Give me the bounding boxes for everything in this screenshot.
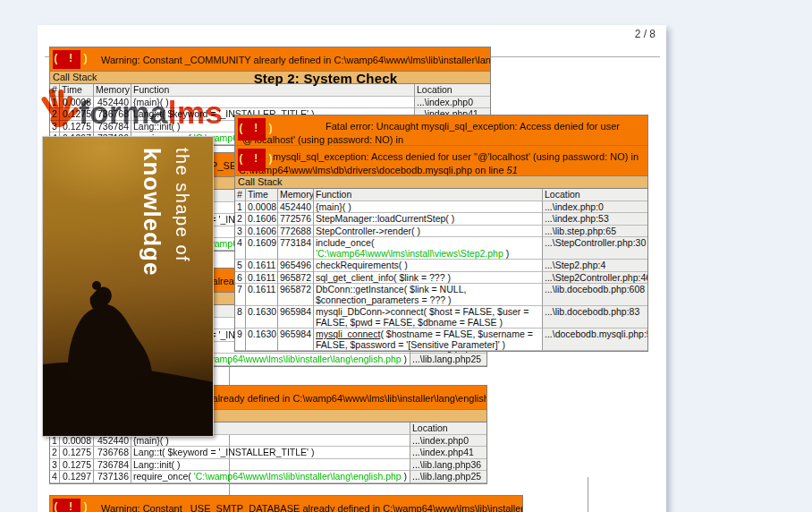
- stack-cell: 0.1606: [246, 213, 278, 226]
- stack-cell: sql_get_client_info( $link = ??? ): [314, 272, 543, 285]
- stack-cell: 0.1611: [246, 260, 278, 272]
- logo-text-forma: forma: [79, 95, 168, 131]
- stack-cell: StepController->render( ): [314, 226, 543, 238]
- stack-cell: 8: [235, 306, 246, 329]
- stack-cell: 0.0008: [246, 201, 278, 214]
- stack-row: 80.1630965984mysqli_DbConn->connect( $ho…: [235, 306, 647, 329]
- stack-cell: ...\lib.step.php:65: [543, 226, 647, 238]
- poster-caption: the shape of knowledge: [137, 148, 197, 367]
- page-title: Step 2: System Check: [245, 71, 406, 86]
- stack-cell: 5: [235, 260, 246, 272]
- fatal-error-text: Fatal error: Uncaught mysqli_sql_excepti…: [235, 115, 647, 146]
- stack-row: 20.1275736768Lang::t( $keyword = '_INSTA…: [50, 447, 486, 459]
- fatal-error-banner: ( ! ) Fatal error: Uncaught mysqli_sql_e…: [234, 115, 648, 146]
- formalms-hand-icon: [39, 86, 79, 131]
- stack-cell: 0.1275: [60, 459, 94, 472]
- stack-cell: ...\index.php0: [415, 97, 490, 109]
- stack-cell: ...\index.php:0: [543, 201, 647, 214]
- exception-text: mysqli_sql_exception: Access denied for …: [235, 146, 647, 176]
- stack-cell: 965872: [278, 284, 314, 306]
- shape-of-knowledge-poster: the shape of knowledge: [42, 136, 214, 437]
- function-text: Lang::t( $keyword = '_INSTALLER_TITLE' ): [133, 447, 315, 457]
- stack-cell: ...\index.php0: [410, 435, 486, 448]
- stack-row: 20.1606772576StepManager::loadCurrentSte…: [235, 213, 647, 226]
- stack-cell: 773184: [278, 237, 314, 260]
- stack-cell: 0.1606: [246, 226, 278, 238]
- stack-row: 40.1297737136require_once( 'C:\wamp64\ww…: [50, 471, 486, 483]
- stack-cell: {main}( ): [314, 201, 543, 214]
- error-exclamation-icon: ( ! ): [238, 118, 266, 141]
- function-text: require_once(: [133, 471, 194, 482]
- stack-row: 40.1609773184include_once( 'C:\wamp64\ww…: [235, 237, 647, 260]
- stack-cell: ...\index.php:53: [543, 213, 647, 226]
- warning-banner: ( ! ) Warning: Constant _USE_SMTP_DATABA…: [49, 495, 523, 512]
- stack-cell: mysqli_DbConn->connect( $host = FALSE, $…: [314, 306, 543, 329]
- error-exclamation-icon: ( ! ): [53, 50, 80, 69]
- stack-cell: 736784: [94, 459, 131, 472]
- stack-cell: 1: [235, 201, 246, 214]
- function-text: ): [402, 471, 407, 482]
- stack-cell: 0.1630: [246, 329, 278, 351]
- stack-cell: 3: [50, 459, 60, 472]
- stack-cell: 452440: [278, 201, 314, 214]
- stack-cell: ...\StepController.php:30: [543, 237, 647, 260]
- stack-row: 30.1606772688StepController->render( )..…: [235, 226, 647, 238]
- stack-header-cell: Function: [314, 189, 543, 201]
- stack-cell: 736768: [94, 447, 131, 459]
- function-text: 'C:\wamp64\www\lms\lib\installer\lang\en…: [194, 471, 402, 482]
- stack-header-row: #TimeMemoryFunctionLocation: [235, 189, 647, 201]
- stack-header-cell: Memory: [278, 189, 314, 201]
- stack-header-cell: #: [235, 189, 246, 201]
- logo-text-lms: lms: [168, 95, 224, 131]
- layout-divider-right: [588, 477, 588, 512]
- stack-cell: mysqli_connect( $hostname = FALSE, $user…: [314, 329, 543, 351]
- function-text: ): [503, 248, 509, 259]
- stack-cell: DbConn::getInstance( $link = NULL, $conn…: [314, 284, 543, 306]
- stack-cell: 0.1609: [246, 237, 278, 260]
- warning-banner: ( ! ) Warning: Constant _COMMUNITY alrea…: [49, 47, 491, 72]
- stack-cell: 0.1297: [60, 471, 94, 483]
- stack-cell: require_once( 'C:\wamp64\www\lms\lib\ins…: [131, 471, 410, 483]
- call-stack-table: #TimeMemoryFunctionLocation10.0008452440…: [234, 189, 648, 352]
- stack-row: 50.1611965496checkRequirements( )...\Ste…: [235, 260, 647, 272]
- stack-cell: ...\lib.docebodb.php:83: [543, 306, 647, 329]
- stack-header-cell: Location: [415, 84, 490, 97]
- stack-cell: StepManager::loadCurrentStep( ): [314, 213, 543, 226]
- exception-banner: ( ! ) mysqli_sql_exception: Access denie…: [234, 146, 648, 176]
- error-exclamation-icon: ( ! ): [238, 149, 266, 171]
- stack-cell: 0.1275: [60, 447, 94, 459]
- stack-cell: Lang::init( ): [131, 459, 410, 472]
- stack-cell: ...\lib.lang.php25: [410, 354, 486, 366]
- stack-cell: 3: [235, 226, 246, 238]
- stack-cell: include_once( 'C:\wamp64\www\lms\install…: [314, 237, 543, 260]
- stack-cell: 2: [235, 213, 246, 226]
- function-text: DbConn::getInstance( $link = NULL, $conn…: [316, 284, 466, 305]
- stack-cell: ...\Step2.php:4: [543, 260, 647, 272]
- stack-cell: Lang::t( $keyword = '_INSTALLER_TITLE' ): [131, 447, 410, 459]
- function-text: checkRequirements( ): [316, 260, 408, 270]
- stack-cell: 7: [235, 284, 246, 306]
- stack-cell: ...\lib.lang.php36: [410, 459, 486, 472]
- stack-cell: 6: [235, 272, 246, 285]
- stack-row: 60.1611965872sql_get_client_info( $link …: [235, 272, 647, 285]
- page-number: 2 / 8: [635, 28, 656, 40]
- function-text: {main}( ): [316, 201, 351, 212]
- fatal-error-block: ( ! ) Fatal error: Uncaught mysqli_sql_e…: [234, 115, 648, 352]
- warning-block-smtp-database: ( ! ) Warning: Constant _USE_SMTP_DATABA…: [49, 495, 523, 512]
- stack-cell: 965984: [278, 306, 314, 329]
- formalms-logo: forma lms: [39, 86, 263, 131]
- warning-text: Warning: Constant _USE_SMTP_DATABASE alr…: [50, 496, 522, 512]
- function-text: StepController->render( ): [316, 226, 420, 236]
- stack-cell: 0.1611: [246, 284, 278, 306]
- stack-row: 70.1611965872DbConn::getInstance( $link …: [235, 284, 647, 306]
- php-doc-link[interactable]: mysqli_connect: [316, 329, 380, 339]
- stack-cell: ...\lib.lang.php25: [410, 471, 486, 483]
- stack-cell: ...\lib.docebodb.php:608: [543, 284, 647, 306]
- stack-cell: 2: [50, 447, 60, 459]
- stack-cell: ...\docebodb.mysqli.php:51: [543, 329, 647, 351]
- function-text: 'C:\wamp64\www\lms\install\views\Step2.p…: [316, 248, 503, 259]
- call-stack-caption: Call Stack: [234, 176, 648, 189]
- stack-cell: ...\index.php41: [410, 447, 486, 459]
- error-exclamation-icon: ( ! ): [53, 499, 80, 512]
- stack-cell: 965872: [278, 272, 314, 285]
